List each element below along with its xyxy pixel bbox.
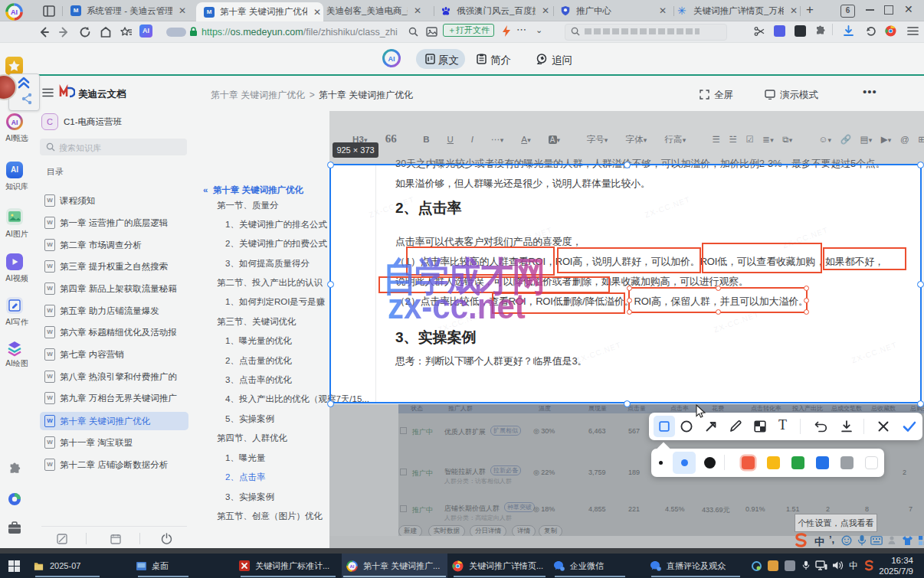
svg-text:AI: AI [350,563,355,568]
svg-text:AI: AI [11,8,18,16]
svg-text:AI: AI [388,55,395,63]
svg-text:AI: AI [11,119,18,126]
